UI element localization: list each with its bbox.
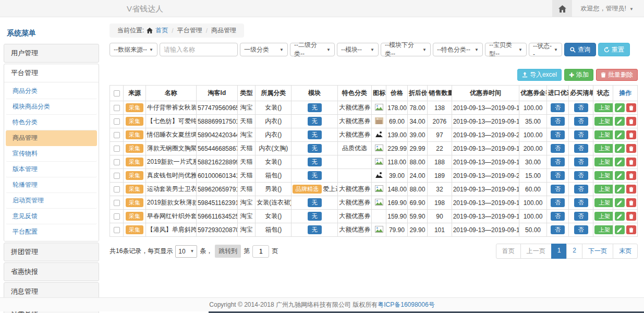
status-button[interactable]: 上架: [594, 212, 613, 221]
status-button[interactable]: 上架: [594, 185, 613, 194]
per-page-select[interactable]: 10 ▼: [175, 245, 197, 258]
import-select-button[interactable]: 否: [551, 225, 565, 234]
import-select-button[interactable]: 否: [551, 103, 565, 112]
delete-button[interactable]: [626, 103, 636, 112]
query-button[interactable]: 查询: [564, 43, 596, 56]
import-select-button[interactable]: 否: [551, 198, 565, 207]
must-buy-button[interactable]: 否: [574, 144, 588, 153]
import-select-button[interactable]: 否: [551, 158, 565, 166]
sidebar-group-header[interactable]: 省惠快报: [4, 263, 99, 281]
select-all-checkbox[interactable]: [114, 90, 120, 97]
edit-button[interactable]: [615, 171, 625, 180]
row-checkbox[interactable]: [114, 173, 120, 179]
page-number-input[interactable]: [252, 245, 269, 258]
sidebar-item[interactable]: 轮播管理: [6, 177, 97, 193]
delete-button[interactable]: [626, 130, 636, 139]
sidebar-item[interactable]: 平台配置: [6, 224, 97, 239]
edit-button[interactable]: [615, 144, 625, 153]
row-checkbox[interactable]: [114, 200, 120, 206]
row-checkbox[interactable]: [114, 118, 120, 125]
category-level1-select[interactable]: 一级分类▼: [240, 43, 288, 56]
sidebar-group-header[interactable]: 平台管理: [4, 64, 99, 82]
sidebar-item[interactable]: 模块商品分类: [6, 99, 97, 115]
import-excel-button[interactable]: 导入excel: [517, 69, 562, 81]
must-buy-button[interactable]: 否: [574, 225, 588, 234]
edit-button[interactable]: [615, 117, 625, 126]
import-select-button[interactable]: 否: [551, 117, 565, 126]
status-button[interactable]: 上架: [594, 144, 613, 153]
home-button[interactable]: [552, 0, 572, 17]
status-button[interactable]: 上架: [594, 117, 613, 126]
breadcrumb-home-link[interactable]: 首页: [155, 26, 168, 35]
sidebar-group-header[interactable]: 拼团管理: [4, 243, 99, 261]
delete-button[interactable]: [626, 144, 636, 153]
edit-button[interactable]: [615, 130, 625, 139]
sidebar-item[interactable]: 意见反馈: [6, 209, 97, 224]
delete-button[interactable]: [626, 158, 636, 166]
edit-button[interactable]: [615, 225, 625, 234]
must-buy-button[interactable]: 否: [574, 198, 588, 207]
edit-button[interactable]: [615, 185, 625, 194]
edit-button[interactable]: [615, 158, 625, 166]
sidebar-item[interactable]: 商品分类: [6, 83, 97, 99]
status-button[interactable]: 上架: [594, 198, 613, 207]
pager-button[interactable]: 下一页: [582, 244, 613, 259]
bulk-delete-button[interactable]: 批量删除: [596, 69, 638, 81]
status-select[interactable]: --状态--▼: [529, 43, 562, 56]
module-sub-select[interactable]: --模块下分类--▼: [381, 43, 431, 56]
must-buy-button[interactable]: 否: [574, 212, 588, 221]
status-button[interactable]: 上架: [594, 103, 613, 112]
must-buy-button[interactable]: 否: [574, 103, 588, 112]
status-button[interactable]: 上架: [594, 130, 613, 139]
pager-button[interactable]: 首页: [496, 244, 521, 259]
delete-button[interactable]: [626, 198, 636, 207]
category-level2-select[interactable]: --二级分类--▼: [290, 43, 335, 56]
must-buy-button[interactable]: 否: [574, 117, 588, 126]
reset-button[interactable]: 重置: [598, 43, 630, 56]
pager-button[interactable]: 末页: [613, 244, 638, 259]
must-buy-button[interactable]: 否: [574, 185, 588, 194]
icp-link[interactable]: 粤ICP备16098006号: [378, 300, 434, 309]
pager-button[interactable]: 1: [551, 244, 567, 259]
must-buy-button[interactable]: 否: [574, 130, 588, 139]
import-select-button[interactable]: 否: [551, 130, 565, 139]
status-button[interactable]: 上架: [594, 158, 613, 166]
status-button[interactable]: 上架: [594, 171, 613, 180]
jump-to-button[interactable]: 跳转到: [215, 245, 241, 258]
row-checkbox[interactable]: [114, 227, 120, 233]
edit-button[interactable]: [615, 103, 625, 112]
delete-button[interactable]: [626, 212, 636, 221]
import-select-button[interactable]: 否: [551, 185, 565, 194]
data-source-select[interactable]: --数据来源--▼: [110, 43, 157, 56]
delete-button[interactable]: [626, 117, 636, 126]
sidebar-item[interactable]: 商品管理: [6, 130, 97, 146]
sidebar-group-header[interactable]: 用户管理: [4, 44, 99, 62]
row-checkbox[interactable]: [114, 186, 120, 192]
row-checkbox[interactable]: [114, 159, 120, 165]
delete-button[interactable]: [626, 225, 636, 234]
sidebar-item[interactable]: 版本管理: [6, 162, 97, 177]
sidebar-item[interactable]: 特色分类: [6, 115, 97, 130]
delete-button[interactable]: [626, 171, 636, 180]
sidebar-item[interactable]: 宣传物料: [6, 146, 97, 162]
row-checkbox[interactable]: [114, 132, 120, 138]
feature-category-select[interactable]: --特色分类--▼: [433, 43, 483, 56]
add-button[interactable]: ✚ 添加: [564, 69, 593, 81]
must-buy-button[interactable]: 否: [574, 158, 588, 166]
search-name-input[interactable]: [160, 43, 238, 56]
pager-button[interactable]: 2: [566, 244, 582, 259]
status-button[interactable]: 上架: [594, 225, 613, 234]
import-select-button[interactable]: 否: [551, 144, 565, 153]
row-checkbox[interactable]: [114, 105, 120, 111]
module-select[interactable]: --模块--▼: [337, 43, 379, 56]
delete-button[interactable]: [626, 185, 636, 194]
import-select-button[interactable]: 否: [551, 212, 565, 221]
must-buy-button[interactable]: 否: [574, 171, 588, 180]
sidebar-item[interactable]: 启动页管理: [6, 193, 97, 209]
row-checkbox[interactable]: [114, 146, 120, 152]
edit-button[interactable]: [615, 198, 625, 207]
import-select-button[interactable]: 否: [551, 171, 565, 180]
edit-button[interactable]: [615, 212, 625, 221]
user-menu[interactable]: 欢迎您，管理员! ▼: [572, 4, 644, 13]
pager-button[interactable]: 上一页: [520, 244, 552, 259]
